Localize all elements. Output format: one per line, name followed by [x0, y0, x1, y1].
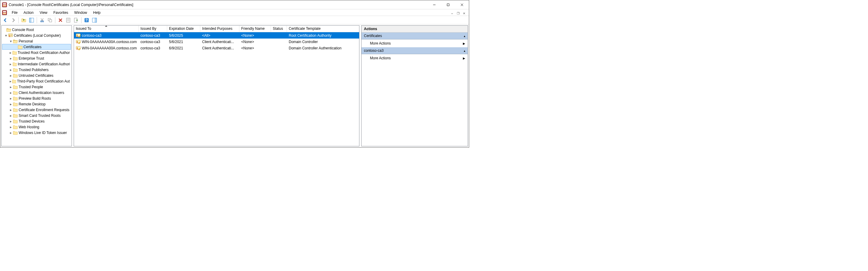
mmc-app-icon — [2, 2, 7, 7]
caret-right-icon[interactable]: ▸ — [9, 125, 13, 129]
table-row[interactable]: WIN-0AAAAAAA00A.contoso.comcontoso-ca35/… — [74, 38, 359, 45]
show-hide-action-pane-button[interactable] — [91, 17, 98, 24]
table-row[interactable]: contoso-ca3contoso-ca35/6/2025<All><None… — [74, 32, 359, 38]
caret-right-icon[interactable]: ▸ — [9, 68, 13, 72]
actions-section-header[interactable]: contoso-ca3 ▴ — [362, 47, 468, 54]
tree-node-personal[interactable]: ▾ Personal — [2, 38, 71, 44]
folder-icon — [18, 45, 23, 49]
delete-button[interactable] — [57, 17, 64, 24]
toolbar-separator — [81, 17, 82, 23]
caret-right-icon[interactable]: ▸ — [9, 97, 13, 101]
cert-icon — [76, 46, 81, 51]
caret-right-icon[interactable]: ▸ — [9, 102, 13, 106]
caret-right-icon[interactable]: ▸ — [9, 51, 12, 55]
actions-more-actions[interactable]: More Actions ▶ — [362, 39, 468, 47]
tree-node[interactable]: ▸Certificate Enrollment Requests — [2, 107, 71, 113]
caret-right-icon[interactable]: ▸ — [9, 131, 13, 135]
actions-section-selected-cert: contoso-ca3 ▴ More Actions ▶ — [362, 47, 468, 62]
caret-right-icon[interactable]: ▸ — [9, 56, 13, 60]
cell-issued-by: contoso-ca3 — [141, 33, 160, 38]
caret-right-icon[interactable]: ▸ — [9, 74, 13, 78]
column-friendly-name[interactable]: Friendly Name — [239, 26, 271, 32]
help-button[interactable]: ? — [83, 17, 90, 24]
tree-node[interactable]: ▸Smart Card Trusted Roots — [2, 113, 71, 118]
caret-right-icon[interactable]: ▸ — [9, 108, 13, 112]
cell-friendly: <None> — [241, 46, 254, 50]
column-issued-to[interactable]: Issued To — [74, 26, 138, 32]
menu-view[interactable]: View — [37, 9, 51, 16]
menu-help[interactable]: Help — [90, 9, 104, 16]
toolbar: ? — [0, 16, 469, 24]
tree-node-certificates[interactable]: ▸ Certificates — [2, 44, 71, 50]
tree-node-console-root[interactable]: ▸ Console Root — [2, 27, 71, 32]
tree-label: Third-Party Root Certification Authoriti… — [17, 79, 70, 83]
tree-node[interactable]: ▸Enterprise Trust — [2, 55, 71, 61]
folder-icon — [13, 125, 18, 130]
tree-node[interactable]: ▸Trusted People — [2, 84, 71, 90]
tree-pane[interactable]: ▸ Console Root ▾ Certificates (Local Com… — [1, 25, 72, 146]
folder-open-icon — [13, 39, 18, 44]
folder-icon — [13, 113, 18, 118]
caret-right-icon[interactable]: ▸ — [9, 119, 13, 124]
svg-rect-16 — [29, 18, 31, 22]
cert-store-icon — [8, 33, 13, 38]
tree-node[interactable]: ▸Intermediate Certification Authorities — [2, 61, 71, 67]
tree-node[interactable]: ▸Client Authentication Issuers — [2, 90, 71, 96]
mdi-minimize[interactable]: ‒ — [449, 11, 455, 16]
tree-node[interactable]: ▸Untrusted Certificates — [2, 73, 71, 78]
caret-right-icon[interactable]: ▸ — [9, 113, 13, 118]
cell-expiration: 5/6/2021 — [169, 40, 183, 44]
cert-icon — [76, 39, 81, 44]
tree-node[interactable]: ▸Windows Live ID Token Issuer — [2, 130, 71, 136]
list-pane[interactable]: Issued To Issued By Expiration Date Inte… — [74, 25, 360, 146]
tree-node[interactable]: ▸Web Hosting — [2, 124, 71, 130]
maximize-button[interactable] — [441, 1, 455, 9]
column-certificate-template[interactable]: Certificate Template — [287, 26, 354, 32]
menu-file[interactable]: File — [9, 9, 21, 16]
properties-button[interactable] — [65, 17, 71, 24]
caret-right-icon[interactable]: ▸ — [9, 62, 12, 66]
actions-section-header[interactable]: Certificates ▴ — [362, 32, 468, 39]
mdi-close[interactable]: ✕ — [461, 11, 467, 16]
caret-right-icon[interactable]: ▸ — [9, 91, 13, 95]
tree-node[interactable]: ▸Trusted Root Certification Authorities — [2, 50, 71, 55]
caret-down-icon[interactable]: ▾ — [4, 33, 8, 38]
menu-action[interactable]: Action — [21, 9, 36, 16]
copy-button[interactable] — [46, 17, 53, 24]
mdi-restore[interactable]: ❐ — [455, 11, 461, 16]
export-button[interactable] — [73, 17, 80, 24]
tree-node[interactable]: ▸Trusted Publishers — [2, 67, 71, 73]
tree-node[interactable]: ▸Third-Party Root Certification Authorit… — [2, 78, 71, 84]
up-button[interactable] — [21, 17, 27, 24]
column-issued-by[interactable]: Issued By — [138, 26, 167, 32]
column-status[interactable]: Status — [271, 26, 287, 32]
folder-icon — [13, 56, 18, 61]
caret-down-icon[interactable]: ▾ — [9, 39, 13, 43]
actions-more-actions[interactable]: More Actions ▶ — [362, 54, 468, 62]
svg-rect-12 — [447, 4, 450, 6]
menu-window[interactable]: Window — [71, 9, 90, 16]
close-button[interactable] — [455, 1, 469, 9]
tree-node[interactable]: ▸Remote Desktop — [2, 101, 71, 107]
back-button[interactable] — [2, 17, 9, 24]
forward-button[interactable] — [10, 17, 17, 24]
tree-node-certificates-local-computer[interactable]: ▾ Certificates (Local Computer) — [2, 32, 71, 38]
column-intended-purposes[interactable]: Intended Purposes — [200, 26, 239, 32]
tree-label: Web Hosting — [19, 125, 39, 129]
caret-right-icon[interactable]: ▸ — [9, 79, 12, 83]
table-row[interactable]: WIN-0AAAAAAA00A.contoso.comcontoso-ca36/… — [74, 45, 359, 51]
tree-node[interactable]: ▸Preview Build Roots — [2, 96, 71, 101]
show-hide-tree-button[interactable] — [28, 17, 35, 24]
tree-label: Console Root — [12, 28, 34, 32]
folder-icon — [13, 90, 18, 95]
titlebar: Console1 - [Console Root\Certificates (L… — [0, 0, 469, 9]
cert-icon — [76, 33, 81, 38]
tree-node[interactable]: ▸Trusted Devices — [2, 118, 71, 124]
cut-button[interactable] — [39, 17, 45, 24]
minimize-button[interactable] — [427, 1, 441, 9]
column-expiration-date[interactable]: Expiration Date — [167, 26, 200, 32]
menu-favorites[interactable]: Favorites — [51, 9, 71, 16]
caret-right-icon[interactable]: ▸ — [9, 85, 13, 89]
svg-text:?: ? — [85, 18, 88, 22]
tree-label: Intermediate Certification Authorities — [18, 62, 70, 66]
